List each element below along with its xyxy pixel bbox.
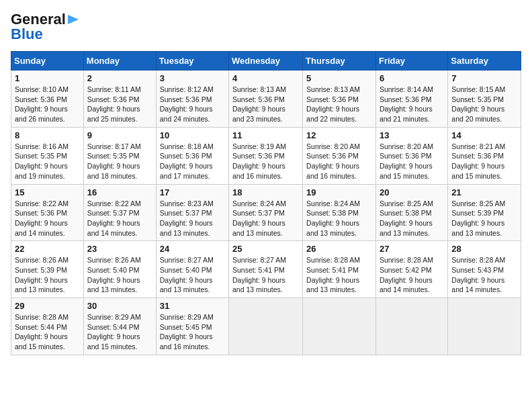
day-info: Sunrise: 8:13 AM Sunset: 5:36 PM Dayligh… [306,85,372,124]
calendar-day-cell: 19 Sunrise: 8:24 AM Sunset: 5:38 PM Dayl… [303,184,376,241]
calendar-day-cell: 6 Sunrise: 8:14 AM Sunset: 5:36 PM Dayli… [375,71,447,128]
calendar-day-cell [375,298,447,355]
day-info: Sunrise: 8:18 AM Sunset: 5:36 PM Dayligh… [160,142,225,181]
calendar-day-cell: 16 Sunrise: 8:22 AM Sunset: 5:37 PM Dayl… [83,184,156,241]
day-info: Sunrise: 8:20 AM Sunset: 5:36 PM Dayligh… [306,142,372,181]
calendar-day-cell: 8 Sunrise: 8:16 AM Sunset: 5:35 PM Dayli… [11,127,84,184]
calendar-day-cell: 24 Sunrise: 8:27 AM Sunset: 5:40 PM Dayl… [156,241,228,298]
logo-text-blue: Blue [11,26,43,43]
day-info: Sunrise: 8:25 AM Sunset: 5:38 PM Dayligh… [380,199,444,238]
day-number: 8 [15,130,80,140]
day-info: Sunrise: 8:17 AM Sunset: 5:35 PM Dayligh… [87,142,152,181]
calendar-day-cell: 7 Sunrise: 8:15 AM Sunset: 5:35 PM Dayli… [448,71,521,128]
calendar-week-row: 22 Sunrise: 8:26 AM Sunset: 5:39 PM Dayl… [11,241,521,298]
calendar-day-cell: 18 Sunrise: 8:24 AM Sunset: 5:37 PM Dayl… [229,184,303,241]
day-info: Sunrise: 8:22 AM Sunset: 5:37 PM Dayligh… [87,199,152,238]
calendar-table: SundayMondayTuesdayWednesdayThursdayFrid… [11,51,521,355]
calendar-day-cell: 23 Sunrise: 8:26 AM Sunset: 5:40 PM Dayl… [83,241,156,298]
day-number: 30 [87,301,152,311]
day-number: 12 [306,130,372,140]
day-info: Sunrise: 8:29 AM Sunset: 5:44 PM Dayligh… [87,312,152,352]
day-number: 13 [380,130,444,140]
day-number: 21 [451,187,517,197]
day-number: 29 [15,301,80,311]
day-info: Sunrise: 8:10 AM Sunset: 5:36 PM Dayligh… [15,85,80,124]
calendar-header-saturday: Saturday [448,52,521,71]
day-number: 3 [160,73,225,83]
calendar-day-cell: 4 Sunrise: 8:13 AM Sunset: 5:36 PM Dayli… [229,71,303,128]
day-info: Sunrise: 8:13 AM Sunset: 5:36 PM Dayligh… [232,85,299,124]
logo: General Blue [11,11,81,43]
day-info: Sunrise: 8:24 AM Sunset: 5:37 PM Dayligh… [232,199,299,238]
day-number: 22 [15,244,80,254]
logo-arrow-icon [66,12,81,27]
day-number: 6 [380,73,444,83]
calendar-day-cell [448,298,521,355]
day-info: Sunrise: 8:27 AM Sunset: 5:41 PM Dayligh… [232,255,299,295]
calendar-day-cell: 26 Sunrise: 8:28 AM Sunset: 5:41 PM Dayl… [303,241,376,298]
day-info: Sunrise: 8:14 AM Sunset: 5:36 PM Dayligh… [380,85,444,124]
day-info: Sunrise: 8:28 AM Sunset: 5:43 PM Dayligh… [451,255,517,295]
calendar-day-cell: 1 Sunrise: 8:10 AM Sunset: 5:36 PM Dayli… [11,71,84,128]
calendar-day-cell: 12 Sunrise: 8:20 AM Sunset: 5:36 PM Dayl… [303,127,376,184]
calendar-day-cell: 15 Sunrise: 8:22 AM Sunset: 5:36 PM Dayl… [11,184,84,241]
calendar-header-row: SundayMondayTuesdayWednesdayThursdayFrid… [11,52,521,71]
calendar-day-cell: 11 Sunrise: 8:19 AM Sunset: 5:36 PM Dayl… [229,127,303,184]
day-info: Sunrise: 8:20 AM Sunset: 5:36 PM Dayligh… [380,142,444,181]
calendar-day-cell: 20 Sunrise: 8:25 AM Sunset: 5:38 PM Dayl… [375,184,447,241]
day-info: Sunrise: 8:26 AM Sunset: 5:40 PM Dayligh… [87,255,152,295]
day-number: 2 [87,73,152,83]
calendar-day-cell: 3 Sunrise: 8:12 AM Sunset: 5:36 PM Dayli… [156,71,228,128]
calendar-day-cell: 10 Sunrise: 8:18 AM Sunset: 5:36 PM Dayl… [156,127,228,184]
calendar-week-row: 29 Sunrise: 8:28 AM Sunset: 5:44 PM Dayl… [11,298,521,355]
day-info: Sunrise: 8:25 AM Sunset: 5:39 PM Dayligh… [451,199,517,238]
day-number: 15 [15,187,80,197]
calendar-day-cell: 14 Sunrise: 8:21 AM Sunset: 5:36 PM Dayl… [448,127,521,184]
calendar-day-cell: 9 Sunrise: 8:17 AM Sunset: 5:35 PM Dayli… [83,127,156,184]
calendar-day-cell: 25 Sunrise: 8:27 AM Sunset: 5:41 PM Dayl… [229,241,303,298]
calendar-header-friday: Friday [375,52,447,71]
page-header: General Blue [11,11,521,43]
calendar-day-cell: 22 Sunrise: 8:26 AM Sunset: 5:39 PM Dayl… [11,241,84,298]
calendar-day-cell: 5 Sunrise: 8:13 AM Sunset: 5:36 PM Dayli… [303,71,376,128]
day-info: Sunrise: 8:26 AM Sunset: 5:39 PM Dayligh… [15,255,80,295]
calendar-header-monday: Monday [83,52,156,71]
calendar-day-cell: 28 Sunrise: 8:28 AM Sunset: 5:43 PM Dayl… [448,241,521,298]
calendar-day-cell: 13 Sunrise: 8:20 AM Sunset: 5:36 PM Dayl… [375,127,447,184]
calendar-day-cell: 17 Sunrise: 8:23 AM Sunset: 5:37 PM Dayl… [156,184,228,241]
day-info: Sunrise: 8:15 AM Sunset: 5:35 PM Dayligh… [451,85,517,124]
day-number: 19 [306,187,372,197]
calendar-header-wednesday: Wednesday [229,52,303,71]
calendar-day-cell: 21 Sunrise: 8:25 AM Sunset: 5:39 PM Dayl… [448,184,521,241]
calendar-day-cell [303,298,376,355]
day-number: 17 [160,187,225,197]
day-number: 10 [160,130,225,140]
calendar-day-cell: 31 Sunrise: 8:29 AM Sunset: 5:45 PM Dayl… [156,298,228,355]
svg-marker-0 [68,15,79,24]
calendar-header-sunday: Sunday [11,52,84,71]
day-number: 5 [306,73,372,83]
day-number: 28 [451,244,517,254]
day-number: 31 [160,301,225,311]
day-info: Sunrise: 8:27 AM Sunset: 5:40 PM Dayligh… [160,255,225,295]
calendar-week-row: 1 Sunrise: 8:10 AM Sunset: 5:36 PM Dayli… [11,71,521,128]
day-number: 1 [15,73,80,83]
day-number: 27 [380,244,444,254]
day-number: 25 [232,244,299,254]
day-info: Sunrise: 8:12 AM Sunset: 5:36 PM Dayligh… [160,85,225,124]
calendar-day-cell: 29 Sunrise: 8:28 AM Sunset: 5:44 PM Dayl… [11,298,84,355]
day-number: 9 [87,130,152,140]
day-number: 7 [451,73,517,83]
day-number: 20 [380,187,444,197]
day-number: 26 [306,244,372,254]
day-number: 18 [232,187,299,197]
calendar-week-row: 15 Sunrise: 8:22 AM Sunset: 5:36 PM Dayl… [11,184,521,241]
calendar-header-tuesday: Tuesday [156,52,228,71]
calendar-week-row: 8 Sunrise: 8:16 AM Sunset: 5:35 PM Dayli… [11,127,521,184]
day-number: 23 [87,244,152,254]
calendar-day-cell: 30 Sunrise: 8:29 AM Sunset: 5:44 PM Dayl… [83,298,156,355]
calendar-day-cell [229,298,303,355]
day-info: Sunrise: 8:29 AM Sunset: 5:45 PM Dayligh… [160,312,225,352]
calendar-day-cell: 2 Sunrise: 8:11 AM Sunset: 5:36 PM Dayli… [83,71,156,128]
day-info: Sunrise: 8:16 AM Sunset: 5:35 PM Dayligh… [15,142,80,181]
